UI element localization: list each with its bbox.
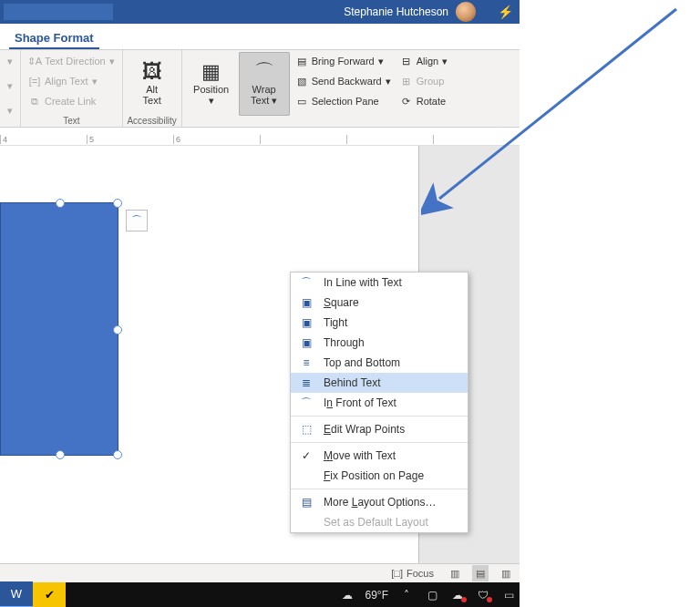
menu-item-in-front[interactable]: ⌒In Front of Text [291, 393, 468, 413]
web-layout-button[interactable]: ▥ [498, 565, 514, 581]
read-mode-icon: ▥ [450, 568, 459, 580]
label: Set as Default Layout [324, 516, 428, 529]
menu-item-more-layout-options[interactable]: ▤More Layout Options… [291, 492, 468, 512]
label: Rotate [417, 96, 446, 107]
weather-cloud-icon[interactable]: ☁ [340, 589, 355, 602]
resize-handle-bottom[interactable] [56, 450, 65, 459]
coming-soon-icon[interactable]: ⚡ [490, 5, 520, 19]
label: Tight [324, 316, 347, 329]
position-button[interactable]: ▦ Position ▾ [186, 52, 237, 116]
group-icon: ⊞ [400, 75, 413, 87]
position-icon: ▦ [201, 62, 221, 82]
label: In Line with Text [324, 276, 402, 289]
resize-handle-top[interactable] [56, 199, 65, 208]
alt-text-icon: 🖼 [142, 62, 162, 82]
tray-security-icon[interactable]: 🛡 [476, 589, 490, 602]
title-bar: Stephanie Hutcheson ⚡ [0, 0, 520, 24]
ruler-tick: 6 [173, 135, 260, 144]
group-label: Accessibility [127, 116, 178, 127]
behind-text-icon: ≣ [298, 376, 314, 389]
menu-item-inline[interactable]: ⌒In Line with Text [291, 273, 468, 293]
taskbar-word-icon[interactable]: W [0, 581, 33, 607]
chevron-down-icon: ▾ [4, 77, 16, 95]
label: Bring Forward [312, 56, 375, 67]
quick-access-area[interactable] [4, 4, 113, 20]
bring-forward-button[interactable]: ▤Bring Forward ▾ [292, 52, 395, 70]
horizontal-ruler[interactable]: 4 5 6 [0, 128, 520, 146]
group-label: Text [25, 116, 118, 127]
menu-separator [291, 489, 468, 489]
in-front-icon: ⌒ [298, 396, 314, 411]
wrap-text-icon: ⌒ [131, 213, 142, 229]
label: Text [251, 95, 269, 106]
document-canvas[interactable]: ⌒ ⌒In Line with Text ▣Square ▣Tight ▣Thr… [0, 146, 520, 592]
menu-item-square[interactable]: ▣Square [291, 293, 468, 313]
square-icon: ▣ [298, 296, 314, 309]
align-text-icon: [=] [28, 75, 41, 87]
read-mode-button[interactable]: ▥ [447, 565, 463, 581]
label: Selection Pane [312, 96, 379, 107]
resize-handle-right[interactable] [113, 325, 122, 334]
menu-item-behind-text[interactable]: ≣Behind Text [291, 373, 468, 393]
label: Square [324, 296, 359, 309]
menu-item-set-default: Set as Default Layout [291, 512, 468, 532]
menu-item-tight[interactable]: ▣Tight [291, 313, 468, 333]
label: Edit Wrap Points [324, 423, 405, 436]
windows-taskbar: W ✔ ☁ 69°F ˄ ▢ ☁ 🛡 ▭ [0, 582, 520, 607]
menu-item-through[interactable]: ▣Through [291, 333, 468, 353]
rotate-button[interactable]: ⟳Rotate [396, 92, 451, 110]
selection-pane-icon: ▭ [295, 95, 308, 108]
label: More Layout Options… [324, 496, 436, 509]
error-badge-icon [461, 597, 467, 602]
label: Send Backward [312, 76, 382, 87]
print-layout-button[interactable]: ▤ [472, 565, 489, 581]
wrap-text-button[interactable]: ⌒ Wrap Text ▾ [239, 52, 290, 116]
menu-item-fix-position[interactable]: Fix Position on Page [291, 466, 468, 486]
tab-shape-format[interactable]: Shape Format [9, 27, 99, 49]
account-name[interactable]: Stephanie Hutcheson [344, 5, 448, 18]
check-icon: ✓ [298, 449, 314, 462]
resize-handle-bottom-right[interactable] [113, 450, 122, 459]
print-layout-icon: ▤ [476, 568, 485, 580]
overflow-left[interactable]: ▾ ▾ ▾ [0, 50, 21, 127]
weather-temp[interactable]: 69°F [365, 589, 388, 602]
ribbon: ▾ ▾ ▾ ⇕AText Direction ▾ [=]Align Text ▾… [0, 50, 520, 128]
menu-separator [291, 416, 468, 417]
ruler-tick [260, 135, 346, 144]
tray-onedrive-icon[interactable]: ☁ [450, 589, 465, 602]
tight-icon: ▣ [298, 316, 314, 329]
label: Alt [146, 84, 158, 95]
account-avatar[interactable] [456, 2, 476, 22]
menu-item-edit-wrap-points[interactable]: ⬚Edit Wrap Points [291, 419, 468, 439]
menu-item-move-with-text[interactable]: ✓Move with Text [291, 446, 468, 466]
selected-rectangle-shape[interactable] [0, 202, 118, 456]
selection-pane-button[interactable]: ▭Selection Pane [292, 92, 395, 110]
web-layout-icon: ▥ [501, 568, 510, 580]
focus-icon: [□] [391, 568, 403, 579]
label: In Front of Text [324, 396, 396, 409]
tray-chevron-up-icon[interactable]: ˄ [399, 589, 414, 602]
send-backward-icon: ▧ [295, 75, 308, 87]
send-backward-button[interactable]: ▧Send Backward ▾ [292, 72, 395, 90]
wrap-text-icon: ⌒ [254, 62, 274, 82]
label: Focus [407, 568, 434, 579]
focus-mode-button[interactable]: [□]Focus [387, 565, 438, 581]
menu-item-top-bottom[interactable]: ≡Top and Bottom [291, 353, 468, 373]
tray-display-icon[interactable]: ▭ [501, 589, 516, 602]
create-link-button: ⧉Create Link [25, 92, 118, 110]
chevron-down-icon: ▾ [4, 52, 16, 70]
layout-options-floatie[interactable]: ⌒ [126, 210, 148, 231]
resize-handle-top-right[interactable] [113, 199, 122, 208]
text-direction-button: ⇕AText Direction ▾ [25, 52, 118, 70]
text-direction-icon: ⇕A [28, 55, 41, 67]
align-button[interactable]: ⊟Align ▾ [396, 52, 451, 70]
tray-meet-now-icon[interactable]: ▢ [425, 589, 439, 602]
taskbar-norton-icon[interactable]: ✔ [33, 582, 66, 607]
alt-text-button[interactable]: 🖼 Alt Text [127, 52, 178, 116]
label: Group [417, 76, 445, 87]
label: Create Link [45, 96, 96, 107]
label: Text [143, 95, 161, 106]
chevron-down-icon: ▾ [269, 95, 277, 106]
label: Through [324, 336, 365, 349]
error-badge-icon [487, 597, 492, 602]
